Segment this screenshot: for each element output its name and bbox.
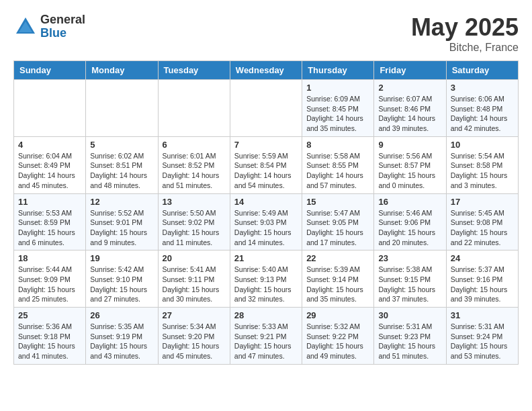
day-info: Sunrise: 5:39 AM Sunset: 9:14 PM Dayligh… xyxy=(306,265,369,304)
day-number: 9 xyxy=(378,140,441,150)
day-number: 29 xyxy=(306,310,369,320)
calendar-cell xyxy=(230,80,302,137)
day-number: 8 xyxy=(306,140,369,150)
calendar-cell xyxy=(86,80,158,137)
calendar-cell: 4Sunrise: 6:04 AM Sunset: 8:49 PM Daylig… xyxy=(14,136,86,193)
day-info: Sunrise: 5:44 AM Sunset: 9:09 PM Dayligh… xyxy=(18,265,81,304)
calendar-cell: 31Sunrise: 5:31 AM Sunset: 9:24 PM Dayli… xyxy=(446,308,518,365)
calendar-cell: 1Sunrise: 6:09 AM Sunset: 8:45 PM Daylig… xyxy=(302,80,374,137)
calendar-cell: 22Sunrise: 5:39 AM Sunset: 9:14 PM Dayli… xyxy=(302,250,374,308)
day-info: Sunrise: 5:32 AM Sunset: 9:22 PM Dayligh… xyxy=(306,322,369,361)
day-info: Sunrise: 5:31 AM Sunset: 9:24 PM Dayligh… xyxy=(451,322,514,361)
day-info: Sunrise: 6:01 AM Sunset: 8:52 PM Dayligh… xyxy=(163,151,226,191)
day-info: Sunrise: 5:46 AM Sunset: 9:06 PM Dayligh… xyxy=(378,208,441,248)
calendar-cell: 7Sunrise: 5:59 AM Sunset: 8:54 PM Daylig… xyxy=(230,136,302,193)
weekday-header-row: SundayMondayTuesdayWednesdayThursdayFrid… xyxy=(14,61,519,80)
logo-general-text: General xyxy=(40,13,85,27)
calendar-cell: 28Sunrise: 5:33 AM Sunset: 9:21 PM Dayli… xyxy=(230,308,302,365)
calendar-cell: 18Sunrise: 5:44 AM Sunset: 9:09 PM Dayli… xyxy=(14,250,86,308)
calendar-cell: 2Sunrise: 6:07 AM Sunset: 8:46 PM Daylig… xyxy=(374,80,446,137)
calendar-week-5: 25Sunrise: 5:36 AM Sunset: 9:18 PM Dayli… xyxy=(14,308,519,365)
day-number: 6 xyxy=(163,140,226,150)
day-number: 23 xyxy=(378,253,441,263)
day-info: Sunrise: 5:59 AM Sunset: 8:54 PM Dayligh… xyxy=(234,151,298,191)
logo: General Blue xyxy=(13,13,85,40)
calendar-cell xyxy=(14,80,86,137)
calendar-week-4: 18Sunrise: 5:44 AM Sunset: 9:09 PM Dayli… xyxy=(14,250,519,308)
calendar-header: SundayMondayTuesdayWednesdayThursdayFrid… xyxy=(14,61,519,80)
day-number: 25 xyxy=(18,310,81,320)
day-number: 2 xyxy=(378,83,441,93)
day-info: Sunrise: 5:41 AM Sunset: 9:11 PM Dayligh… xyxy=(163,265,226,304)
calendar-cell: 6Sunrise: 6:01 AM Sunset: 8:52 PM Daylig… xyxy=(158,136,230,193)
day-number: 7 xyxy=(234,140,298,150)
calendar-cell: 19Sunrise: 5:42 AM Sunset: 9:10 PM Dayli… xyxy=(86,250,158,308)
day-number: 5 xyxy=(90,140,153,150)
day-number: 19 xyxy=(90,253,153,263)
calendar-cell: 10Sunrise: 5:54 AM Sunset: 8:58 PM Dayli… xyxy=(446,136,518,193)
calendar-cell: 5Sunrise: 6:02 AM Sunset: 8:51 PM Daylig… xyxy=(86,136,158,193)
day-info: Sunrise: 6:09 AM Sunset: 8:45 PM Dayligh… xyxy=(306,94,369,134)
calendar-cell: 20Sunrise: 5:41 AM Sunset: 9:11 PM Dayli… xyxy=(158,250,230,308)
day-info: Sunrise: 6:04 AM Sunset: 8:49 PM Dayligh… xyxy=(18,151,81,191)
day-number: 10 xyxy=(451,140,514,150)
calendar-cell: 27Sunrise: 5:34 AM Sunset: 9:20 PM Dayli… xyxy=(158,308,230,365)
logo-icon xyxy=(13,15,38,39)
day-info: Sunrise: 5:45 AM Sunset: 9:08 PM Dayligh… xyxy=(451,208,514,248)
month-title: May 2025 xyxy=(411,13,519,42)
title-block: May 2025 Bitche, France xyxy=(411,13,519,54)
location: Bitche, France xyxy=(411,42,519,54)
day-info: Sunrise: 6:02 AM Sunset: 8:51 PM Dayligh… xyxy=(90,151,153,191)
weekday-header-monday: Monday xyxy=(86,61,158,80)
calendar-cell: 23Sunrise: 5:38 AM Sunset: 9:15 PM Dayli… xyxy=(374,250,446,308)
calendar-cell: 30Sunrise: 5:31 AM Sunset: 9:23 PM Dayli… xyxy=(374,308,446,365)
weekday-header-friday: Friday xyxy=(374,61,446,80)
day-number: 1 xyxy=(306,83,369,93)
calendar-cell: 16Sunrise: 5:46 AM Sunset: 9:06 PM Dayli… xyxy=(374,193,446,250)
calendar-cell: 3Sunrise: 6:06 AM Sunset: 8:48 PM Daylig… xyxy=(446,80,518,137)
day-number: 11 xyxy=(18,197,81,207)
day-info: Sunrise: 5:36 AM Sunset: 9:18 PM Dayligh… xyxy=(18,322,81,361)
calendar-cell xyxy=(158,80,230,137)
calendar-cell: 11Sunrise: 5:53 AM Sunset: 8:59 PM Dayli… xyxy=(14,193,86,250)
day-info: Sunrise: 5:53 AM Sunset: 8:59 PM Dayligh… xyxy=(18,208,81,248)
day-number: 21 xyxy=(234,253,298,263)
calendar-cell: 15Sunrise: 5:47 AM Sunset: 9:05 PM Dayli… xyxy=(302,193,374,250)
day-info: Sunrise: 5:42 AM Sunset: 9:10 PM Dayligh… xyxy=(90,265,153,304)
day-number: 4 xyxy=(18,140,81,150)
page-header: General Blue May 2025 Bitche, France xyxy=(13,13,519,54)
weekday-header-wednesday: Wednesday xyxy=(230,61,302,80)
day-info: Sunrise: 5:54 AM Sunset: 8:58 PM Dayligh… xyxy=(451,151,514,191)
day-number: 12 xyxy=(90,197,153,207)
day-number: 16 xyxy=(378,197,441,207)
day-number: 26 xyxy=(90,310,153,320)
day-number: 18 xyxy=(18,253,81,263)
calendar-cell: 24Sunrise: 5:37 AM Sunset: 9:16 PM Dayli… xyxy=(446,250,518,308)
day-number: 30 xyxy=(378,310,441,320)
day-number: 31 xyxy=(451,310,514,320)
calendar-week-2: 4Sunrise: 6:04 AM Sunset: 8:49 PM Daylig… xyxy=(14,136,519,193)
day-number: 24 xyxy=(451,253,514,263)
logo-text: General Blue xyxy=(40,13,85,40)
day-info: Sunrise: 5:49 AM Sunset: 9:03 PM Dayligh… xyxy=(234,208,298,248)
calendar-week-3: 11Sunrise: 5:53 AM Sunset: 8:59 PM Dayli… xyxy=(14,193,519,250)
calendar-cell: 12Sunrise: 5:52 AM Sunset: 9:01 PM Dayli… xyxy=(86,193,158,250)
calendar-cell: 17Sunrise: 5:45 AM Sunset: 9:08 PM Dayli… xyxy=(446,193,518,250)
day-info: Sunrise: 6:06 AM Sunset: 8:48 PM Dayligh… xyxy=(451,94,514,134)
calendar-cell: 14Sunrise: 5:49 AM Sunset: 9:03 PM Dayli… xyxy=(230,193,302,250)
calendar-cell: 13Sunrise: 5:50 AM Sunset: 9:02 PM Dayli… xyxy=(158,193,230,250)
day-number: 3 xyxy=(451,83,514,93)
day-number: 17 xyxy=(451,197,514,207)
day-number: 22 xyxy=(306,253,369,263)
logo-blue-text: Blue xyxy=(40,27,85,40)
calendar-cell: 9Sunrise: 5:56 AM Sunset: 8:57 PM Daylig… xyxy=(374,136,446,193)
calendar-cell: 8Sunrise: 5:58 AM Sunset: 8:55 PM Daylig… xyxy=(302,136,374,193)
day-info: Sunrise: 5:38 AM Sunset: 9:15 PM Dayligh… xyxy=(378,265,441,304)
day-info: Sunrise: 5:34 AM Sunset: 9:20 PM Dayligh… xyxy=(163,322,226,361)
day-info: Sunrise: 6:07 AM Sunset: 8:46 PM Dayligh… xyxy=(378,94,441,134)
day-number: 20 xyxy=(163,253,226,263)
weekday-header-saturday: Saturday xyxy=(446,61,518,80)
calendar-week-1: 1Sunrise: 6:09 AM Sunset: 8:45 PM Daylig… xyxy=(14,80,519,137)
day-info: Sunrise: 5:37 AM Sunset: 9:16 PM Dayligh… xyxy=(451,265,514,304)
day-info: Sunrise: 5:47 AM Sunset: 9:05 PM Dayligh… xyxy=(306,208,369,248)
